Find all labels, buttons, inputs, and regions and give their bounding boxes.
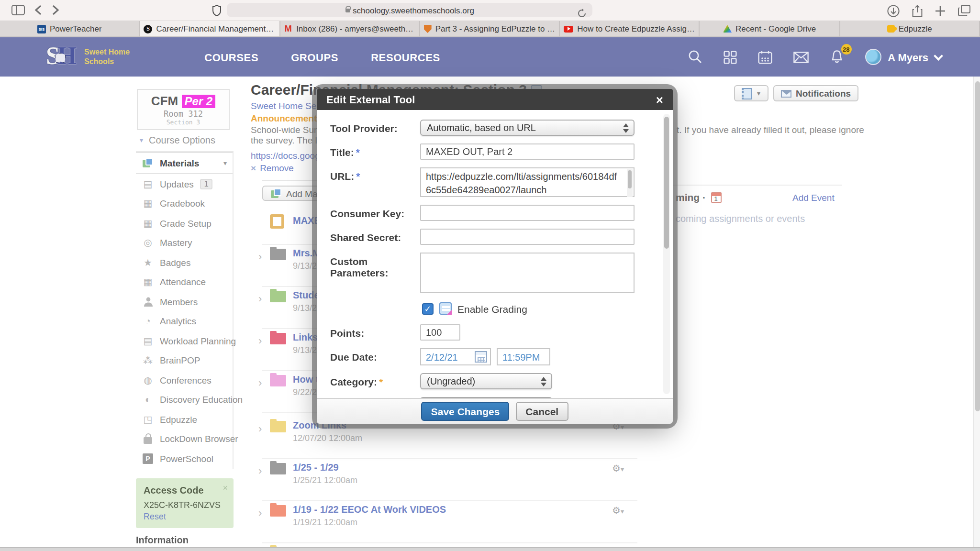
- material-row[interactable]: › 1/19 - 1/22 EEOC At Work VIDEOS 1/19/2…: [262, 501, 637, 543]
- textarea-scrollbar[interactable]: [627, 169, 633, 197]
- address-bar[interactable]: schoology.sweethomeschools.org: [227, 3, 592, 17]
- messages-icon[interactable]: [793, 51, 808, 63]
- title-input[interactable]: [420, 143, 635, 160]
- tab-youtube[interactable]: How to Create Edpuzzle Assignments...: [560, 21, 700, 36]
- tab-edpuzzle[interactable]: Edpuzzle: [840, 21, 980, 36]
- sidebar-item-discovery-education[interactable]: ◐ Discovery Education: [136, 390, 233, 409]
- custom-parameters-input[interactable]: [420, 253, 635, 293]
- sidebar-item-mastery[interactable]: ◎ Mastery: [136, 233, 233, 253]
- scale-label: Scale:: [330, 397, 420, 398]
- scrollbar-thumb[interactable]: [975, 81, 980, 411]
- save-changes-button[interactable]: Save Changes: [422, 402, 510, 421]
- sidebar-item-conferences[interactable]: ◍ Conferences: [136, 370, 233, 390]
- sidebar-toggle-icon[interactable]: [11, 5, 25, 15]
- youtube-favicon: [564, 25, 573, 32]
- refresh-icon[interactable]: [577, 5, 587, 22]
- tab-gmail-inbox[interactable]: M Inbox (286) - amyers@sweethomesch...: [280, 21, 420, 36]
- share-icon[interactable]: [912, 4, 923, 17]
- due-time-input[interactable]: [497, 348, 550, 365]
- course-dashboard-button[interactable]: ▾: [734, 85, 768, 101]
- sidebar-item-powerschool[interactable]: P PowerSchool: [136, 449, 233, 468]
- tab-overview-icon[interactable]: [958, 5, 970, 16]
- chevron-right-icon[interactable]: ›: [258, 335, 262, 346]
- consumer-key-input[interactable]: [420, 205, 635, 221]
- apps-grid-icon[interactable]: [723, 50, 736, 64]
- material-title-link[interactable]: How t: [293, 374, 319, 385]
- chevron-right-icon[interactable]: ›: [258, 293, 262, 304]
- material-row[interactable]: › 1/25 - 1/29 1/25/21 12:00am ⚙▾: [262, 459, 637, 501]
- calendar-icon[interactable]: [757, 50, 772, 64]
- school-logo[interactable]: SH Sweet Home Schools: [46, 44, 130, 70]
- material-date: 9/22/2: [293, 387, 317, 397]
- tool-provider-select[interactable]: Automatic, based on URL: [420, 120, 635, 136]
- material-title-link[interactable]: 1/25 - 1/29: [293, 462, 339, 473]
- logo-text-line1: Sweet Home: [84, 47, 130, 57]
- category-select[interactable]: (Ungraded): [420, 373, 552, 389]
- notifications-bell-icon[interactable]: 28: [829, 50, 844, 64]
- add-event-link[interactable]: Add Event: [792, 192, 835, 203]
- back-button[interactable]: [34, 5, 42, 15]
- caret-down-icon: ▾: [757, 89, 760, 97]
- chevron-right-icon[interactable]: ›: [258, 377, 262, 388]
- schoology-favicon: S: [144, 24, 153, 33]
- due-date-input[interactable]: [420, 348, 491, 365]
- points-input[interactable]: [420, 324, 460, 341]
- user-menu[interactable]: A Myers: [865, 49, 942, 65]
- edpuzzle-favicon: [887, 25, 895, 33]
- modal-scrollbar-thumb[interactable]: [664, 117, 669, 249]
- sidebar-item-updates[interactable]: ▤ Updates 1: [136, 174, 233, 194]
- date-picker-calendar-icon[interactable]: [475, 351, 487, 363]
- mastery-icon: ◎: [143, 238, 153, 248]
- row-settings-gear-icon[interactable]: ⚙▾: [612, 505, 624, 516]
- sidebar-item-materials[interactable]: Materials ▾: [136, 152, 233, 174]
- privacy-shield-icon[interactable]: [212, 4, 221, 16]
- close-icon[interactable]: ×: [223, 483, 228, 493]
- tab-powerteacher[interactable]: SIS PowerTeacher: [0, 21, 140, 36]
- chevron-right-icon[interactable]: ›: [258, 251, 262, 262]
- badges-star-icon: ★: [143, 257, 153, 268]
- remove-announcement-link[interactable]: × Remove: [251, 163, 294, 173]
- schoology-header: SH Sweet Home Schools COURSES GROUPS RES…: [0, 37, 980, 77]
- notifications-button[interactable]: Notifications: [773, 85, 858, 101]
- sidebar-item-brainpop[interactable]: ⁂ BrainPOP: [136, 351, 233, 370]
- tab-edpuzzle-doc[interactable]: Part 3 - Assigning EdPuzzle to Studen...: [420, 21, 560, 36]
- material-title-link[interactable]: 1/19 - 1/22 EEOC At Work VIDEOS: [293, 504, 446, 515]
- enable-grading-checkbox[interactable]: ✓: [422, 303, 434, 314]
- screen: schoology.sweethomeschools.org: [0, 0, 980, 551]
- downloads-icon[interactable]: [887, 4, 900, 17]
- tab-schoology-active[interactable]: S Career/Financial Management: Section..…: [140, 21, 280, 36]
- sidebar-item-lockdown-browser[interactable]: LockDown Browser: [136, 429, 233, 449]
- nav-courses[interactable]: COURSES: [204, 51, 258, 63]
- row-settings-gear-icon[interactable]: ⚙▾: [612, 463, 624, 474]
- sidebar-item-attendance[interactable]: ▦ Attendance: [136, 272, 233, 292]
- sidebar-item-workload-planning[interactable]: ▤ Workload Planning: [136, 331, 233, 351]
- sidebar-item-badges[interactable]: ★ Badges: [136, 253, 233, 272]
- url-input[interactable]: https://edpuzzle.com/lti/assignments/601…: [420, 167, 635, 197]
- search-icon[interactable]: [688, 50, 702, 64]
- nav-resources[interactable]: RESOURCES: [371, 51, 440, 63]
- attendance-icon: ▦: [143, 277, 153, 287]
- course-options-toggle[interactable]: ▾ Course Options: [140, 135, 215, 145]
- user-avatar: [865, 49, 881, 65]
- access-code-reset-link[interactable]: Reset: [144, 512, 226, 521]
- new-tab-icon[interactable]: [935, 5, 946, 16]
- chevron-right-icon[interactable]: ›: [258, 423, 262, 434]
- chevron-right-icon[interactable]: ›: [258, 465, 262, 476]
- modal-close-icon[interactable]: ×: [656, 92, 663, 107]
- modal-scrollbar[interactable]: [663, 114, 670, 394]
- forward-button[interactable]: [52, 5, 59, 15]
- sidebar-item-grade-setup[interactable]: ▦ Grade Setup: [136, 213, 233, 233]
- page-scrollbar[interactable]: [973, 77, 980, 547]
- material-title-link[interactable]: Stude: [293, 290, 320, 300]
- sidebar-item-edpuzzle[interactable]: ◳ Edpuzzle: [136, 409, 233, 429]
- chevron-right-icon[interactable]: ›: [258, 507, 262, 518]
- nav-groups[interactable]: GROUPS: [291, 51, 338, 63]
- sidebar-item-gradebook[interactable]: ▦ Gradebook: [136, 194, 233, 213]
- sidebar-item-members[interactable]: Members: [136, 292, 233, 311]
- cancel-button[interactable]: Cancel: [516, 402, 568, 421]
- scale-select[interactable]: Numeric: [420, 397, 552, 398]
- required-asterisk: *: [356, 146, 360, 158]
- shared-secret-input[interactable]: [420, 229, 635, 245]
- sidebar-item-analytics[interactable]: ◔ Analytics: [136, 311, 233, 331]
- tab-google-drive[interactable]: Recent - Google Drive: [700, 21, 840, 36]
